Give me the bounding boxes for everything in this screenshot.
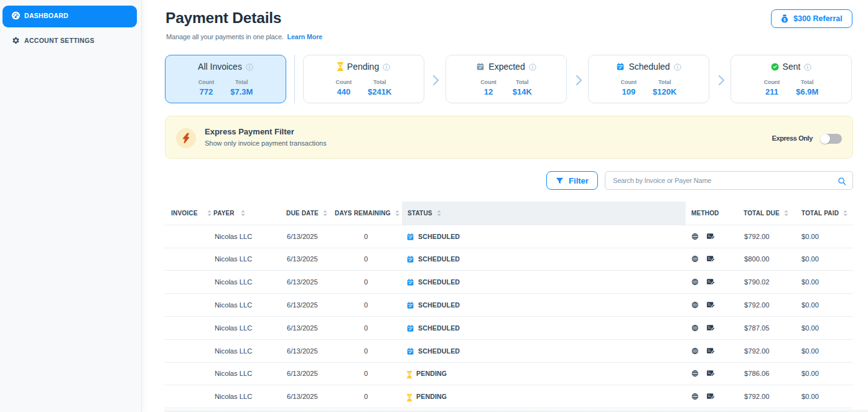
- svg-text:$: $: [783, 17, 786, 22]
